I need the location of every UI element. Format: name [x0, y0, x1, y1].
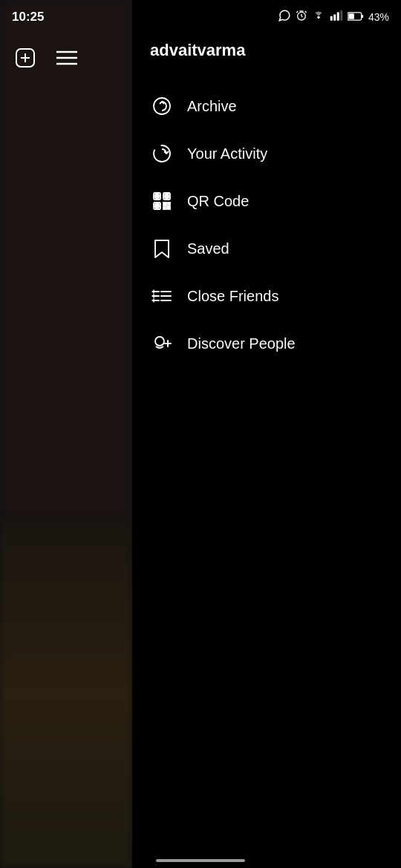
svg-rect-3 [337, 12, 339, 20]
add-post-button[interactable] [12, 45, 39, 71]
menu-item-discover[interactable]: Discover People [132, 320, 401, 367]
svg-rect-19 [165, 194, 169, 198]
svg-rect-24 [163, 207, 166, 209]
status-icons: 43% [278, 9, 389, 25]
home-indicator [156, 859, 245, 862]
close-friends-icon [150, 284, 174, 308]
qr-icon [150, 189, 174, 213]
status-time: 10:25 [12, 10, 44, 24]
whatsapp-icon [278, 9, 291, 25]
svg-rect-17 [155, 194, 159, 198]
qr-label: QR Code [187, 193, 249, 210]
menu-item-close-friends[interactable]: Close Friends [132, 272, 401, 320]
menu-panel: advaitvarma Archive Y [132, 0, 401, 868]
svg-rect-7 [362, 14, 363, 17]
activity-icon [150, 142, 174, 165]
svg-rect-4 [340, 10, 342, 21]
svg-rect-6 [348, 13, 354, 19]
alarm-icon [296, 10, 307, 24]
menu-item-saved[interactable]: Saved [132, 225, 401, 272]
wifi-icon [312, 10, 325, 24]
blurred-bottom [0, 519, 132, 868]
svg-rect-23 [168, 203, 170, 205]
username: advaitvarma [150, 41, 245, 59]
status-bar: 10:25 [0, 0, 401, 33]
saved-label: Saved [187, 240, 229, 257]
battery-icon [348, 10, 364, 24]
close-friends-label: Close Friends [187, 288, 278, 305]
menu-items-list: Archive Your Activity [132, 75, 401, 375]
svg-point-14 [154, 98, 170, 114]
blurred-background [0, 0, 132, 868]
discover-label: Discover People [187, 335, 296, 352]
svg-point-15 [154, 145, 170, 162]
svg-rect-1 [330, 16, 333, 20]
svg-rect-22 [163, 203, 166, 206]
svg-rect-21 [155, 204, 159, 208]
svg-rect-25 [167, 206, 170, 209]
menu-item-qr[interactable]: QR Code [132, 177, 401, 225]
svg-rect-2 [333, 14, 336, 20]
signal-icon [330, 10, 343, 24]
left-toolbar [0, 33, 132, 82]
svg-point-38 [155, 337, 164, 346]
hamburger-menu-button[interactable] [53, 45, 80, 71]
menu-item-activity[interactable]: Your Activity [132, 130, 401, 177]
battery-percentage: 43% [368, 11, 389, 23]
menu-item-archive[interactable]: Archive [132, 82, 401, 130]
activity-label: Your Activity [187, 145, 267, 162]
archive-icon [150, 94, 174, 118]
discover-icon [150, 332, 174, 355]
archive-label: Archive [187, 98, 237, 115]
saved-icon [150, 237, 174, 260]
